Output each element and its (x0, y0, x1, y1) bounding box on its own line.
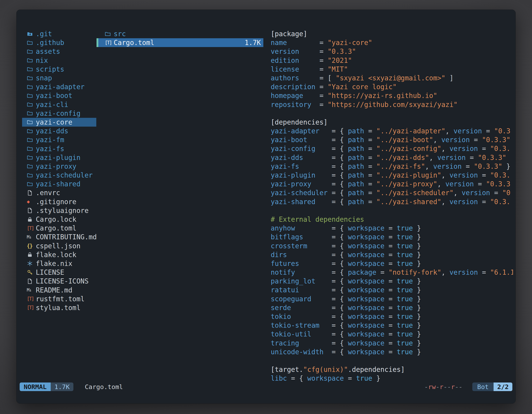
folder-icon (27, 57, 36, 63)
entry-name: flake.nix (36, 260, 72, 268)
entry-name: yazi-dds (36, 127, 68, 135)
entry-name: stylua.toml (36, 304, 81, 312)
entry-name: flake.lock (36, 251, 76, 259)
dir-row[interactable]: nix (22, 56, 96, 65)
folder-icon (27, 137, 36, 143)
toml-icon: [T] (27, 296, 36, 302)
entry-name: yazi-proxy (36, 163, 76, 170)
entry-name: Cargo.toml (36, 224, 76, 232)
folder-git-icon (27, 31, 36, 37)
scroll-position-badge: Bot (472, 383, 494, 391)
dir-row[interactable]: yazi-shared (22, 180, 96, 188)
preview-line: repository = "https://github.com/sxyazi/… (271, 100, 513, 109)
entry-name: rustfmt.toml (36, 295, 85, 303)
folder-icon (27, 119, 36, 125)
entry-name: yazi-boot (36, 92, 72, 100)
entry-name: .git (36, 30, 52, 38)
entry-name: yazi-cli (36, 101, 68, 109)
dir-row[interactable]: src (96, 29, 263, 38)
preview-line: yazi-dds = { path = "../yazi-dds", versi… (271, 153, 513, 162)
entry-name: yazi-fm (36, 136, 64, 144)
dir-row[interactable]: scripts (22, 65, 96, 74)
dir-row[interactable]: .git (22, 29, 96, 38)
file-row[interactable]: [T]Cargo.toml (22, 224, 96, 232)
dir-row[interactable]: yazi-boot (22, 91, 96, 100)
folder-icon (27, 128, 36, 134)
preview-line: [dependencies] (271, 118, 513, 127)
folder-icon (27, 146, 36, 152)
file-row[interactable]: LICENSE-ICONS (22, 277, 96, 286)
dir-row[interactable]: snap (22, 74, 96, 82)
file-row[interactable]: M↓README.md (22, 286, 96, 294)
toml-icon: [T] (105, 40, 114, 46)
preview-line: tokio = { workspace = true } (271, 312, 513, 321)
dir-row[interactable]: .github (22, 38, 96, 47)
parent-directory-pane: .git.githubassetsnixscriptssnapyazi-adap… (22, 29, 96, 312)
dir-row[interactable]: yazi-dds (22, 127, 96, 135)
dir-row[interactable]: yazi-cli (22, 100, 96, 109)
folder-icon (27, 154, 36, 161)
preview-line: serde = { workspace = true } (271, 303, 513, 312)
file-icon (27, 207, 36, 213)
dir-row[interactable]: yazi-plugin (22, 153, 96, 162)
markdown-icon: M↓ (27, 234, 36, 240)
entry-name: .envrc (36, 189, 60, 197)
dir-row[interactable]: yazi-config (22, 109, 96, 118)
entry-name: yazi-fs (36, 145, 64, 153)
dir-row[interactable]: yazi-adapter (22, 82, 96, 91)
preview-line: parking_lot = { workspace = true } (271, 277, 513, 286)
preview-line: [target."cfg(unix)".dependencies] (271, 365, 513, 374)
dir-row[interactable]: yazi-core (22, 118, 96, 127)
file-row[interactable]: {}cspell.json (22, 241, 96, 250)
preview-line: # External dependencies (271, 215, 513, 224)
preview-line: notify = { package = "notify-fork", vers… (271, 268, 513, 277)
file-row[interactable]: ◆.gitignore (22, 197, 96, 206)
file-row[interactable]: [T]Cargo.toml1.7K (96, 38, 263, 47)
dir-row[interactable]: yazi-scheduler (22, 171, 96, 180)
file-row[interactable]: [T]stylua.toml (22, 303, 96, 312)
file-counter-badge: 2/2 (494, 383, 512, 391)
dir-row[interactable]: yazi-proxy (22, 162, 96, 171)
hover-marker (96, 38, 98, 47)
desktop-background: .git.githubassetsnixscriptssnapyazi-adap… (0, 0, 532, 414)
file-row[interactable]: Cargo.lock (22, 215, 96, 224)
file-row[interactable]: [T]rustfmt.toml (22, 295, 96, 303)
entry-name: yazi-shared (36, 180, 81, 188)
preview-line: scopeguard = { workspace = true } (271, 295, 513, 303)
preview-line: yazi-config = { path = "../yazi-config",… (271, 144, 513, 153)
preview-line: crossterm = { workspace = true } (271, 241, 513, 250)
preview-line: yazi-boot = { path = "../yazi-boot", ver… (271, 135, 513, 144)
folder-icon (27, 110, 36, 116)
dir-row[interactable]: assets (22, 47, 96, 56)
preview-line: tokio-util = { workspace = true } (271, 330, 513, 338)
entry-name: yazi-core (36, 118, 72, 126)
entry-size: 1.7K (245, 39, 261, 47)
dir-row[interactable]: yazi-fm (22, 135, 96, 144)
preview-line: futures = { workspace = true } (271, 259, 513, 268)
entry-name: cspell.json (36, 242, 81, 250)
file-row[interactable]: flake.lock (22, 250, 96, 259)
entry-name: LICENSE-ICONS (36, 277, 88, 285)
file-row[interactable]: .envrc (22, 188, 96, 197)
entry-name: assets (36, 48, 60, 55)
mode-indicator: NORMAL (20, 383, 51, 391)
file-row[interactable]: LICENSE (22, 268, 96, 277)
entry-name: CONTRIBUTING.md (36, 233, 97, 241)
preview-line: tracing = { workspace = true } (271, 339, 513, 347)
dir-row[interactable]: yazi-fs (22, 144, 96, 153)
entry-name: yazi-config (36, 109, 81, 117)
entry-name: LICENSE (36, 268, 64, 276)
markdown-icon: M↓ (27, 287, 36, 293)
folder-icon (27, 84, 36, 90)
entry-name: .gitignore (36, 198, 76, 206)
key-icon (27, 270, 36, 276)
entry-name: yazi-plugin (36, 154, 81, 162)
folder-icon (27, 93, 36, 99)
folder-icon (27, 101, 36, 108)
preview-line (271, 109, 513, 118)
folder-icon (27, 40, 36, 46)
file-row[interactable]: flake.nix (22, 259, 96, 268)
file-row[interactable]: .styluaignore (22, 206, 96, 215)
file-row[interactable]: M↓CONTRIBUTING.md (22, 232, 96, 241)
current-directory-pane: src[T]Cargo.toml1.7K (96, 29, 263, 47)
